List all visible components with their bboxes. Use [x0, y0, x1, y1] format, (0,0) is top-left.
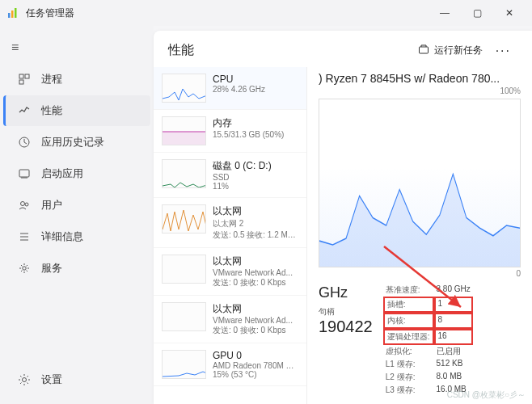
maximize-button[interactable]: ▢: [461, 0, 493, 26]
l3: 16.0 MB: [437, 385, 471, 396]
card-sub2: 发送: 0 接收: 0 Kbps: [213, 277, 298, 288]
svg-rect-1: [11, 11, 14, 18]
svg-rect-16: [163, 132, 206, 145]
lprocs: 16: [434, 329, 473, 345]
virt: 已启用: [437, 346, 471, 357]
card-title: 以太网: [213, 255, 298, 268]
card-sub2: 11%: [213, 182, 298, 191]
l2-label: L2 缓存:: [386, 372, 432, 383]
svg-rect-5: [19, 80, 23, 84]
nav-details[interactable]: 详细信息: [3, 221, 150, 252]
card-title: CPU: [213, 74, 298, 85]
card-ethernet-2[interactable]: 以太网 VMware Network Ad... 发送: 0 接收: 0 Kbp…: [154, 248, 306, 296]
app-icon: [6, 6, 19, 19]
cores: 8: [434, 313, 473, 329]
nav-startup[interactable]: 启动应用: [3, 158, 150, 189]
card-sub2: 15% (53 °C): [213, 370, 298, 379]
svg-point-14: [23, 378, 27, 382]
app-title: 任务管理器: [26, 6, 429, 20]
l2: 8.0 MB: [437, 372, 471, 383]
card-ethernet-3[interactable]: 以太网 VMware Network Ad... 发送: 0 接收: 0 Kbp…: [154, 296, 306, 343]
handles-label: 句柄: [319, 306, 373, 318]
svg-rect-2: [15, 8, 17, 18]
sockets: 1: [434, 297, 473, 313]
eth-thumb: [162, 255, 206, 284]
main-panel: 性能 运行新任务 ··· CPU 28% 4.26 GHz: [154, 31, 532, 404]
svg-rect-3: [19, 74, 23, 78]
card-title: 内存: [213, 116, 298, 130]
ghz-unit: GHz: [319, 284, 373, 301]
handles-value: 190422: [319, 318, 373, 336]
nav-label: 服务: [41, 261, 62, 276]
svg-rect-15: [419, 47, 428, 53]
nav-label: 应用历史记录: [41, 135, 104, 149]
card-sub: AMD Radeon 780M G...: [213, 361, 298, 370]
nav-settings[interactable]: 设置: [3, 364, 150, 395]
nav-users[interactable]: 用户: [3, 190, 150, 221]
card-sub2: 发送: 0 接收: 0 Kbps: [213, 325, 298, 336]
svg-rect-0: [8, 13, 11, 18]
sockets-label: 插槽:: [383, 297, 434, 313]
gpu-thumb: [162, 350, 206, 379]
more-button[interactable]: ···: [489, 44, 517, 58]
nav-label: 详细信息: [41, 229, 83, 244]
titlebar: 任务管理器 — ▢ ✕: [0, 0, 532, 26]
card-title: 以太网: [213, 302, 298, 316]
processes-icon: [17, 72, 32, 86]
card-disk[interactable]: 磁盘 0 (C: D:) SSD 11%: [154, 153, 306, 198]
card-sub2: 发送: 0.5 接收: 1.2 Mbps: [213, 229, 298, 241]
mem-thumb: [162, 116, 206, 145]
svg-rect-7: [19, 170, 29, 177]
nav-label: 设置: [41, 372, 62, 387]
close-button[interactable]: ✕: [493, 0, 526, 26]
cpu-thumb: [162, 74, 206, 103]
startup-icon: [17, 166, 32, 181]
disk-thumb: [162, 159, 206, 188]
minimize-button[interactable]: —: [429, 0, 461, 26]
nav-label: 性能: [41, 103, 62, 118]
nav-label: 启动应用: [41, 166, 83, 181]
eth-thumb: [162, 302, 206, 331]
run-task-button[interactable]: 运行新任务: [418, 44, 483, 57]
card-title: GPU 0: [213, 350, 298, 361]
nav-services[interactable]: 服务: [3, 253, 150, 284]
card-gpu[interactable]: GPU 0 AMD Radeon 780M G... 15% (53 °C): [154, 343, 306, 386]
cores-label: 内核:: [383, 313, 434, 329]
performance-icon: [17, 103, 32, 118]
svg-rect-4: [25, 74, 29, 78]
svg-point-8: [21, 202, 25, 206]
nav-processes[interactable]: 进程: [3, 64, 150, 95]
chart-ybot: 0: [319, 269, 521, 278]
specs-grid: 基准速度:3.80 GHz 插槽:1 内核:8 逻辑处理器:16 虚拟化:已启用…: [386, 284, 471, 396]
nav-performance[interactable]: 性能: [3, 95, 150, 126]
l3-label: L3 缓存:: [386, 385, 432, 396]
svg-point-9: [25, 203, 28, 206]
l1: 512 KB: [437, 359, 471, 370]
card-sub: 以太网 2: [213, 218, 298, 229]
settings-icon: [17, 372, 32, 387]
run-task-icon: [418, 44, 429, 57]
card-cpu[interactable]: CPU 28% 4.26 GHz: [154, 67, 306, 110]
run-task-label: 运行新任务: [434, 44, 483, 57]
detail-panel: ) Ryzen 7 8845HS w/ Radeon 780... 100% 0…: [307, 67, 532, 404]
card-sub: VMware Network Ad...: [213, 268, 298, 277]
nav-label: 用户: [41, 198, 62, 213]
nav-history[interactable]: 应用历史记录: [3, 127, 150, 158]
users-icon: [17, 198, 32, 213]
nav-label: 进程: [41, 72, 62, 86]
cpu-chart[interactable]: [319, 99, 521, 267]
virt-label: 虚拟化:: [386, 346, 432, 357]
hamburger-button[interactable]: ≡: [0, 32, 154, 63]
card-title: 以太网: [213, 204, 298, 218]
services-icon: [17, 261, 32, 276]
resource-list[interactable]: CPU 28% 4.26 GHz 内存 15.5/31.3 GB (50%): [154, 67, 307, 404]
card-sub: VMware Network Ad...: [213, 316, 298, 325]
card-sub: 28% 4.26 GHz: [213, 85, 298, 94]
base-speed: 3.80 GHz: [437, 284, 471, 296]
svg-point-13: [23, 267, 26, 270]
card-ethernet-1[interactable]: 以太网 以太网 2 发送: 0.5 接收: 1.2 Mbps: [154, 198, 306, 248]
sidebar: ≡ 进程 性能 应用历史记录 启动应用: [0, 26, 154, 404]
page-title: 性能: [168, 42, 412, 59]
card-memory[interactable]: 内存 15.5/31.3 GB (50%): [154, 110, 306, 153]
card-title: 磁盘 0 (C: D:): [213, 159, 298, 173]
